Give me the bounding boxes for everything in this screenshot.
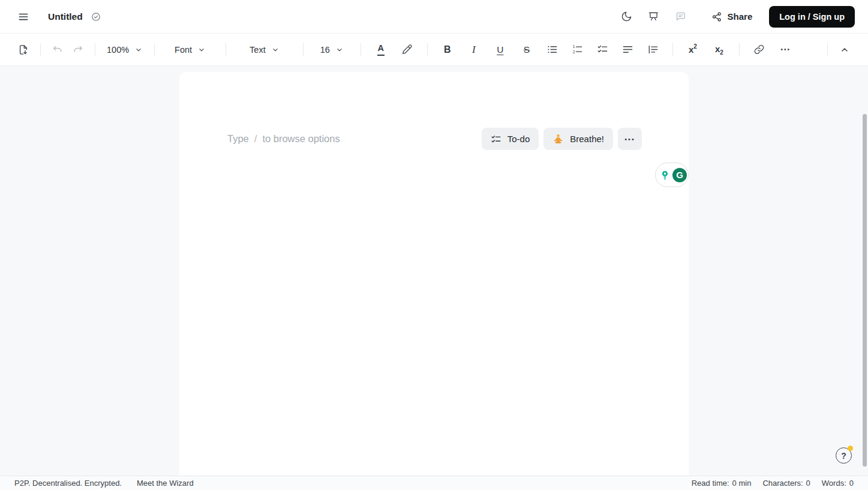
comments-button[interactable] [671,7,691,27]
grammarly-widget[interactable]: G [655,163,689,187]
indent-button[interactable] [643,40,663,60]
bold-button[interactable]: B [437,40,458,60]
document-page[interactable]: Type / to browse options To-do Breathe! … [179,72,689,476]
checklist-button[interactable] [593,40,613,60]
checklist-icon [491,134,501,145]
toolbar-right-group [821,40,855,60]
link-icon [753,44,765,55]
strikethrough-button[interactable]: S [516,40,537,60]
quick-actions: To-do Breathe! ••• [482,128,642,150]
breathe-quick-button[interactable]: Breathe! [543,128,613,150]
placeholder-suffix: to browse options [262,133,340,145]
underline-icon: U [497,45,503,55]
presentation-mode-button[interactable] [644,7,664,27]
editor-placeholder[interactable]: Type / to browse options [227,133,340,145]
svg-text:1: 1 [573,44,575,49]
bold-icon: B [444,45,451,55]
paragraph-style-select[interactable]: Text [245,40,284,60]
font-size-select[interactable]: 16 [316,40,349,60]
toolbar-divider [303,43,304,56]
top-bar: Untitled Share Log in / Sign up [0,0,868,34]
comment-bubble-icon [675,11,686,22]
vertical-scrollbar[interactable] [863,114,867,467]
svg-text:2: 2 [573,50,575,54]
zoom-value: 100% [107,45,129,55]
help-button[interactable]: ? [836,447,852,464]
ellipsis-icon: ••• [781,46,791,53]
saved-check-circle-icon [91,11,101,22]
numbered-list-button[interactable]: 12 [567,40,588,60]
document-title[interactable]: Untitled [48,11,83,22]
link-button[interactable] [749,40,770,60]
zoom-select[interactable]: 100% [102,40,148,60]
bullet-list-icon [546,44,558,55]
italic-icon: I [472,44,476,55]
moon-icon [621,11,632,22]
collapse-toolbar-button[interactable] [834,40,855,60]
topbar-actions: Share Log in / Sign up [610,6,855,28]
lightbulb-icon [659,169,671,181]
align-button[interactable] [618,40,638,60]
toolbar-divider [739,43,740,56]
formatting-toolbar: 100% Font Text 16 A B I U S 12 [0,34,868,66]
meet-the-wizard-link[interactable]: Meet the Wizard [137,479,194,488]
share-button[interactable]: Share [711,11,753,22]
superscript-icon: x2 [689,44,697,55]
underline-button[interactable]: U [490,40,510,60]
indent-icon [647,44,659,55]
notification-dot [848,446,853,451]
presentation-screen-icon [648,11,659,22]
chevron-up-icon [840,45,849,55]
checklist-icon [597,44,608,55]
chevron-down-icon [271,46,280,54]
toolbar-divider [361,43,361,56]
italic-button[interactable]: I [464,40,484,60]
paragraph-style-value: Text [250,45,266,55]
subscript-button[interactable]: x2 [709,40,729,60]
grammarly-logo-icon: G [671,167,688,184]
login-signup-button[interactable]: Log in / Sign up [769,6,855,28]
chevron-down-icon [335,46,344,54]
read-time-stat: Read time:0 min [692,479,752,488]
toolbar-divider [226,43,226,56]
align-left-icon [622,44,633,55]
question-mark-icon: ? [841,451,846,461]
highlight-button[interactable] [397,40,418,60]
document-stats: Read time:0 min Characters:0 Words:0 [692,479,854,488]
more-quick-actions-button[interactable]: ••• [618,128,642,150]
tagline: P2P. Decentralised. Encrypted. [14,479,122,488]
toolbar-divider [427,43,428,56]
text-color-icon: A [377,43,385,56]
undo-button[interactable] [47,40,68,60]
highlighter-icon [401,44,413,55]
bullet-list-button[interactable] [542,40,563,60]
export-document-button[interactable] [13,40,34,60]
editor-first-line: Type / to browse options To-do Breathe! … [227,128,642,150]
characters-stat: Characters:0 [762,479,810,488]
numbered-list-icon: 12 [572,44,583,55]
toolbar-divider [827,43,828,56]
ellipsis-icon: ••• [624,136,635,143]
more-formatting-button[interactable]: ••• [776,40,796,60]
placeholder-slash: / [254,133,257,145]
font-size-value: 16 [320,45,330,55]
chevron-down-icon [197,46,206,54]
chevron-down-icon [134,46,143,54]
share-icon [711,11,722,22]
font-family-select[interactable]: Font [170,40,211,60]
superscript-button[interactable]: x2 [683,40,703,60]
font-family-value: Font [175,45,192,55]
todo-quick-button[interactable]: To-do [482,128,539,150]
toolbar-divider [154,43,155,56]
export-document-icon [17,44,29,56]
text-color-button[interactable]: A [371,40,391,60]
subscript-icon: x2 [715,44,723,56]
redo-button[interactable] [68,40,88,60]
breathe-label: Breathe! [570,134,604,144]
status-bar: P2P. Decentralised. Encrypted. Meet the … [0,476,868,490]
dark-mode-button[interactable] [617,7,637,27]
strikethrough-icon: S [524,45,530,55]
menu-button[interactable] [13,7,34,27]
person-meditating-icon [552,133,564,145]
placeholder-prefix: Type [227,133,249,145]
